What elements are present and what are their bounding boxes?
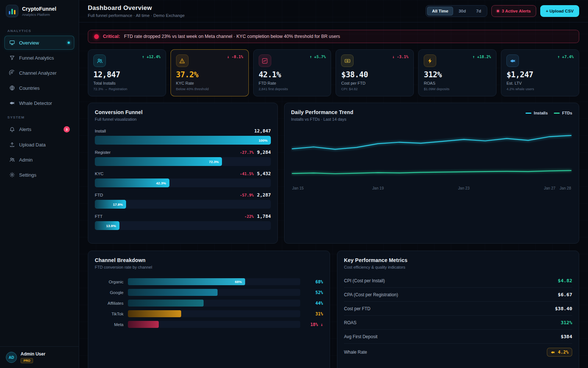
channel-panel-head: Channel Breakdown FTD conversion rate by…: [88, 251, 330, 272]
channel-label: Meta: [95, 322, 123, 327]
alert-message: FTD rate dropped 23% vs last week on Met…: [124, 34, 340, 39]
channel-row-google: Google52%: [95, 289, 323, 296]
avatar: AD: [6, 352, 17, 363]
metric-value: $6.67: [558, 292, 572, 297]
page-subtitle: Full funnel performance · All time · Dem…: [88, 13, 184, 18]
sidebar-item-label: Upload Data: [19, 142, 70, 148]
kpi-label: Est. LTV: [506, 81, 574, 85]
logo-bar: [9, 11, 10, 14]
metric-value: $38.40: [555, 306, 572, 311]
kpi-delta: ↓ -8.1%: [227, 54, 243, 59]
metric-label: Whale Rate: [344, 350, 367, 355]
metric-row-cost-per-ftd: Cost per FTD$38.40: [344, 302, 572, 316]
alerts-count-badge: 3: [64, 126, 70, 132]
kpi-card-roas[interactable]: ↑ +18.2%312%ROAS$1.09M deposits: [418, 49, 496, 96]
channel-breakdown-panel: Channel Breakdown FTD conversion rate by…: [88, 251, 330, 368]
funnel-bar-fill: 100%: [95, 136, 271, 145]
gear-icon: [9, 172, 15, 178]
funnel-stage-label: FTD: [95, 193, 103, 197]
channel-label: Affiliates: [95, 301, 123, 305]
channel-value: 44%: [305, 301, 323, 306]
sidebar-item-admin[interactable]: Admin: [4, 153, 74, 167]
funnel-drop-pct: -22%: [244, 214, 254, 219]
header: Dashboard Overview Full funnel performan…: [79, 0, 588, 22]
funnel-panel-title: Conversion Funnel: [95, 109, 143, 115]
sidebar-item-label: Funnel Analytics: [19, 55, 70, 61]
legend-item-ftds[interactable]: FTDs: [554, 111, 573, 115]
kpi-delta: ↑ +7.4%: [557, 54, 574, 59]
critical-alert-banner[interactable]: Critical: FTD rate dropped 23% vs last w…: [88, 30, 579, 43]
metrics-panel-subtitle: Cost efficiency & quality indicators: [344, 265, 408, 269]
kpi-card-top: ↓ -8.1%: [176, 54, 243, 67]
user-footer[interactable]: AD Admin User PRO: [0, 346, 79, 368]
svg-text:Jan 27: Jan 27: [544, 186, 556, 190]
header-titles: Dashboard Overview Full funnel performan…: [88, 4, 184, 18]
sidebar-item-upload-data[interactable]: Upload Data: [4, 138, 74, 152]
logo-text: CryptoFunnel Analytics Platform: [22, 6, 56, 17]
metric-value: 4.2%: [558, 350, 569, 355]
metric-value: $4.82: [558, 278, 572, 283]
legend-swatch-icon: [554, 113, 560, 114]
metrics-panel-titles: Key Performance Metrics Cost efficiency …: [344, 257, 408, 269]
svg-text:Jan 19: Jan 19: [372, 186, 384, 190]
channel-bar-fill: 68%: [128, 278, 245, 285]
funnel-stage-register: Register-27.7%9,28472.3%: [95, 149, 271, 166]
active-alerts-button[interactable]: 3 Active Alerts: [491, 5, 536, 17]
kpi-card-kyc-rate[interactable]: ↓ -8.1%37.2%KYC RateBelow 40% threshold: [171, 49, 249, 96]
funnel-bar-pct: 72.3%: [209, 160, 219, 164]
kpi-card-top: ↑ +12.4%: [93, 54, 161, 67]
funnel-drop-pct: -27.7%: [240, 150, 254, 155]
funnel-stage-ftd: FTD-57.9%2,28717.8%: [95, 192, 271, 209]
channel-label: Google: [95, 290, 123, 295]
funnel-panel-subtitle: Full funnel visualization: [95, 117, 143, 121]
svg-text:Jan 28: Jan 28: [560, 186, 571, 190]
sidebar-item-funnel-analytics[interactable]: Funnel Analytics: [4, 51, 74, 65]
channel-row-affiliates: Affiliates44%: [95, 300, 323, 307]
kpi-card-top: ↑ +7.4%: [506, 54, 574, 67]
kpi-delta: ↓ -3.1%: [392, 54, 408, 59]
kpi-card-ftd-rate[interactable]: ↑ +5.7%42.1%FTD Rate2,841 first deposits: [253, 49, 331, 96]
legend-label: FTDs: [562, 111, 573, 115]
funnel-stage-top: KYC-41.5%5,432: [95, 171, 271, 176]
channel-bar-track: [128, 321, 300, 328]
funnel-bar-pct: 17.8%: [113, 202, 123, 206]
metrics-panel-head: Key Performance Metrics Cost efficiency …: [337, 251, 579, 272]
channel-row-tiktok: TikTok31%: [95, 310, 323, 317]
funnel-stage-count: 2,287: [257, 192, 271, 198]
channel-label: TikTok: [95, 312, 123, 316]
sidebar-item-whale-detector[interactable]: Whale Detector: [4, 96, 74, 110]
funnel-stage-top: Install12,847: [95, 128, 271, 134]
kpi-value: 42.1%: [259, 70, 326, 79]
kpi-card-total-installs[interactable]: ↑ +12.4%12,847Total Installs72.3% → Regi…: [88, 49, 166, 96]
sidebar-item-label: Settings: [19, 172, 70, 178]
tab-7d[interactable]: 7d: [472, 7, 486, 15]
sidebar-item-alerts[interactable]: Alerts3: [4, 122, 74, 137]
channel-panel-title: Channel Breakdown: [95, 257, 152, 263]
kpi-delta: ↑ +18.2%: [473, 54, 491, 59]
main-area: Dashboard Overview Full funnel performan…: [79, 0, 588, 368]
channel-label: Organic: [95, 280, 123, 284]
bottom-panels: Channel Breakdown FTD conversion rate by…: [88, 251, 579, 368]
funnel-bar-pct: 13.9%: [106, 224, 116, 228]
funnel-stage-count: 9,284: [257, 149, 271, 155]
sidebar-item-label: Channel Analyzer: [19, 70, 70, 76]
upload-csv-button[interactable]: + Upload CSV: [540, 5, 579, 17]
chart-icon: [259, 54, 271, 67]
tab-all-time[interactable]: All Time: [427, 7, 453, 15]
kpi-label: Total Installs: [93, 81, 161, 85]
tab-30d[interactable]: 30d: [454, 7, 471, 15]
sidebar-item-overview[interactable]: Overview: [4, 36, 74, 50]
sidebar-item-countries[interactable]: Countries: [4, 81, 74, 95]
sidebar-item-channel-analyzer[interactable]: Channel Analyzer: [4, 66, 74, 80]
sidebar-item-label: Whale Detector: [19, 100, 70, 106]
active-alerts-label: 3 Active Alerts: [502, 9, 531, 13]
legend-item-installs[interactable]: Installs: [526, 111, 548, 115]
kpi-card-est-ltv[interactable]: ↑ +7.4%$1,247Est. LTV4.2% whale users: [501, 49, 579, 96]
metric-row-cpa-cost-per-registration: CPA (Cost per Registration)$6.67: [344, 288, 572, 302]
funnel-stage-count: 12,847: [254, 128, 271, 134]
channel-value: 31%: [305, 311, 323, 316]
trend-line-chart: Jan 15Jan 19Jan 23Jan 27Jan 28: [291, 127, 572, 193]
sidebar-item-settings[interactable]: Settings: [4, 168, 74, 182]
kpi-card-cost-per-ftd[interactable]: ↓ -3.1%$38.40Cost per FTDCPI: $4.82: [336, 49, 414, 96]
sidebar-item-label: Overview: [19, 40, 64, 46]
